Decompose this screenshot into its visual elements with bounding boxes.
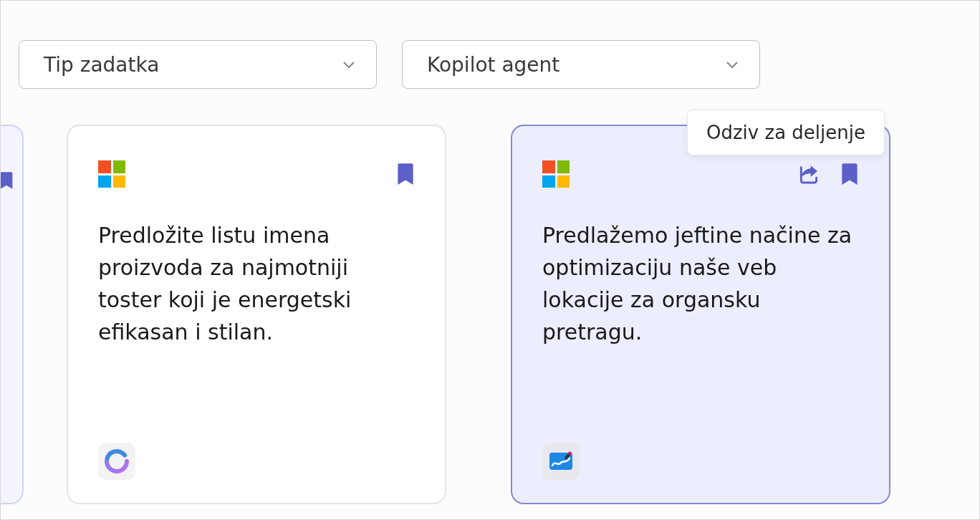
task-type-dropdown[interactable]: Tip zadatka [19,40,377,89]
card-header [98,160,415,188]
prompt-text: Predložite listu imena proizvoda za najm… [98,219,415,443]
bookmark-icon [0,170,14,191]
loop-app-icon [98,443,135,480]
bookmark-icon[interactable] [396,162,415,186]
share-icon[interactable] [797,163,820,186]
prompt-card[interactable]: Predložite listu imena proizvoda za najm… [67,125,446,504]
card-footer [98,443,415,480]
prompt-card-active[interactable]: Predlažemo jeftine načine za optimizacij… [511,125,890,504]
bookmark-icon[interactable] [840,162,859,186]
prompt-text: Predlažemo jeftine načine za optimizacij… [542,219,859,443]
filter-bar: Tip zadatka Kopilot agent [1,1,979,89]
copilot-agent-dropdown[interactable]: Kopilot agent [402,40,760,89]
card-header [542,160,859,188]
whiteboard-app-icon [542,443,580,480]
microsoft-logo-icon [98,160,125,188]
task-type-label: Tip zadatka [44,53,159,77]
microsoft-logo-icon [542,160,570,188]
previous-card-peek[interactable] [0,125,24,504]
copilot-agent-label: Kopilot agent [427,53,559,77]
chevron-down-icon [724,56,741,73]
card-footer [542,443,859,480]
chevron-down-icon [340,56,357,73]
share-tooltip: Odziv za deljenje [687,110,885,155]
